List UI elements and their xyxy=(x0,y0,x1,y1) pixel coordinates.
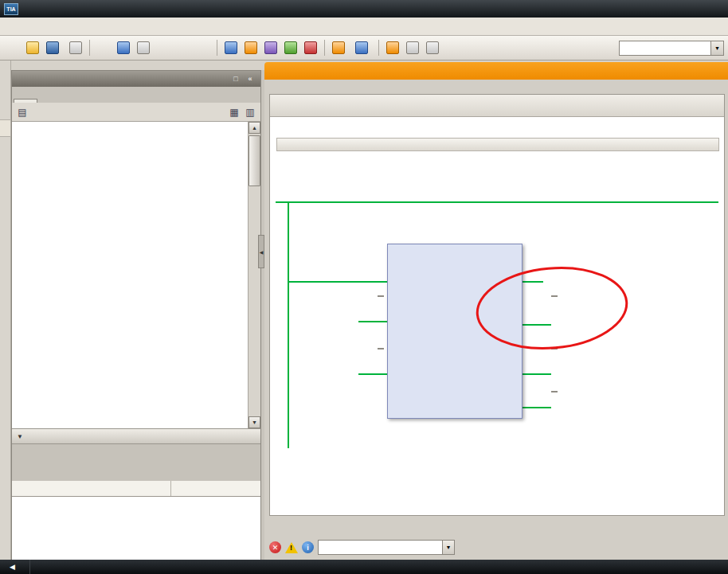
print-button[interactable] xyxy=(67,39,84,57)
detail-view-gap xyxy=(12,444,260,481)
detail-view-column-header xyxy=(12,481,260,497)
monitor-value xyxy=(551,391,558,392)
detail-view-header[interactable]: ▼ xyxy=(12,428,260,444)
output-operand[interactable] xyxy=(551,385,640,395)
dropdown-caret-icon[interactable]: ▼ xyxy=(442,541,454,554)
detail-name-column[interactable] xyxy=(12,481,171,496)
network-canvas[interactable]: ▼ xyxy=(271,195,724,455)
left-edge-strip xyxy=(0,61,11,560)
go-offline-button[interactable] xyxy=(353,39,374,57)
collapse-panel-icon[interactable]: « xyxy=(245,75,256,83)
errors-filter-icon[interactable] xyxy=(269,541,281,553)
tree-toolbar: ▤ ▦ ▥ xyxy=(12,103,260,122)
portal-arrow-icon: ◀ xyxy=(10,563,15,571)
wire-segment xyxy=(523,373,551,375)
download-to-device-button[interactable] xyxy=(242,39,260,57)
copy-icon xyxy=(117,41,130,54)
save-project-button[interactable] xyxy=(44,39,65,57)
view-options-icon[interactable]: ▦ xyxy=(227,105,241,119)
start-cpu-icon xyxy=(284,41,297,54)
message-filter-row: ▼ xyxy=(269,540,455,555)
copy-button[interactable] xyxy=(115,39,132,57)
wire-segment xyxy=(523,324,551,326)
diagnostics-icon xyxy=(386,41,399,54)
wire-segment xyxy=(523,407,551,408)
search-input[interactable] xyxy=(619,41,711,56)
scrollbar-thumb[interactable] xyxy=(249,135,260,186)
toolbar-separator xyxy=(89,40,90,56)
restore-window-button[interactable] xyxy=(424,39,441,57)
plc-programming-strip-tab[interactable] xyxy=(0,119,11,137)
start-cpu-button[interactable] xyxy=(282,39,299,57)
project-tree: ▲ ▼ xyxy=(12,122,260,428)
download-icon xyxy=(245,41,257,54)
message-filter-dropdown[interactable]: ▼ xyxy=(318,540,455,555)
project-tree-panel: □ « ▤ ▦ ▥ ▲ ▼ ▼ xyxy=(11,70,261,560)
input-operand[interactable] xyxy=(295,342,384,352)
output-operand[interactable] xyxy=(551,342,640,352)
wire-segment xyxy=(523,281,543,283)
function-block[interactable] xyxy=(387,244,523,419)
stop-cpu-button[interactable] xyxy=(302,39,319,57)
cut-button[interactable] xyxy=(95,39,112,57)
scroll-up-icon[interactable]: ▲ xyxy=(249,122,260,134)
warnings-filter-icon[interactable] xyxy=(285,542,298,553)
redo-button[interactable] xyxy=(194,39,212,57)
tab-devices[interactable] xyxy=(14,99,37,103)
compile-icon xyxy=(225,41,237,54)
upload-icon xyxy=(264,41,277,54)
project-tree-tabs xyxy=(12,87,260,103)
tia-portal-window: TIA ▼ xyxy=(0,0,728,574)
menubar xyxy=(0,18,728,36)
paste-button[interactable] xyxy=(135,39,152,57)
open-project-icon xyxy=(26,41,39,54)
editor-taskbar: ◀ xyxy=(0,560,728,574)
info-filter-icon[interactable] xyxy=(302,541,314,553)
restore-window-icon xyxy=(426,41,439,54)
interface-table-header xyxy=(276,138,719,151)
project-search: ▼ xyxy=(619,41,724,56)
ladder-instruction-bar xyxy=(273,171,280,192)
go-online-button[interactable] xyxy=(330,39,350,57)
project-tree-header: □ « xyxy=(12,71,260,87)
stop-cpu-icon xyxy=(304,41,317,54)
search-caret-icon[interactable]: ▼ xyxy=(711,41,724,56)
output-operand[interactable] xyxy=(551,289,640,299)
undo-button[interactable] xyxy=(174,39,192,57)
upload-from-device-button[interactable] xyxy=(262,39,280,57)
save-icon xyxy=(46,41,59,54)
float-panel-icon[interactable]: □ xyxy=(230,75,241,83)
compile-button[interactable] xyxy=(222,39,240,57)
open-project-button[interactable] xyxy=(24,39,41,57)
input-operand[interactable] xyxy=(295,289,384,299)
details-view-icon[interactable]: ▥ xyxy=(243,105,257,119)
window-split-icon xyxy=(406,41,419,54)
inspector-panel: ▼ xyxy=(264,517,728,560)
portal-view-button[interactable]: ◀ xyxy=(0,560,30,574)
editor-toolbar xyxy=(270,95,724,117)
new-project-button[interactable] xyxy=(4,39,22,57)
go-online-icon xyxy=(332,41,345,54)
titlebar: TIA xyxy=(0,0,728,18)
diagnostics-button[interactable] xyxy=(384,39,401,57)
toolbar-separator xyxy=(378,40,379,56)
wire-segment xyxy=(358,373,387,375)
block-editor: ▼ xyxy=(269,94,725,516)
wire-segment xyxy=(358,321,387,322)
delete-button[interactable] xyxy=(155,39,172,57)
power-rail xyxy=(288,201,289,448)
wire-segment xyxy=(276,201,718,203)
collapse-tree-button[interactable]: ◀ xyxy=(258,235,264,268)
monitor-value xyxy=(378,295,384,297)
monitor-value xyxy=(551,295,558,297)
chevron-down-icon: ▼ xyxy=(17,433,23,440)
print-icon xyxy=(69,41,82,54)
wire-segment xyxy=(288,281,387,283)
window-split-button[interactable] xyxy=(404,39,421,57)
tree-scrollbar[interactable]: ▲ ▼ xyxy=(248,122,260,428)
toolbar-separator xyxy=(324,40,325,56)
collapse-all-icon[interactable]: ▤ xyxy=(15,105,29,119)
monitor-value xyxy=(551,348,558,349)
toolbar-separator xyxy=(217,40,217,56)
scroll-down-icon[interactable]: ▼ xyxy=(249,416,260,428)
